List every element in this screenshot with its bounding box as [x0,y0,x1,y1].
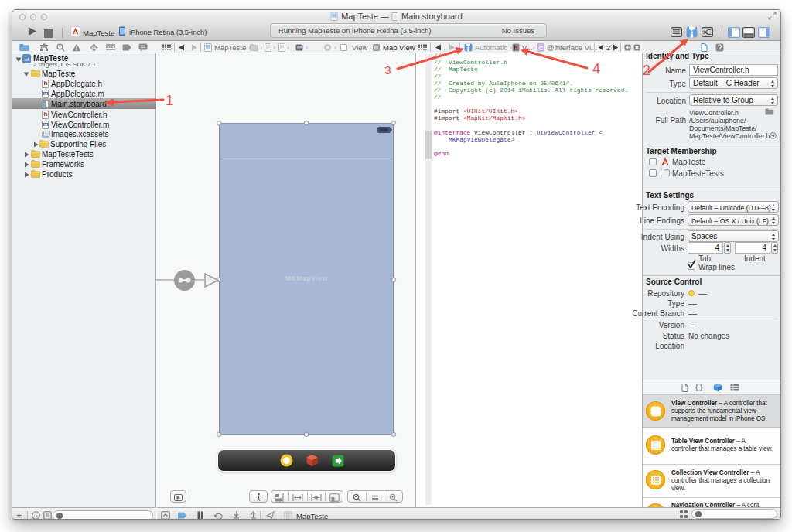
svg-text:h: h [514,44,518,52]
svg-text:C: C [538,45,543,52]
